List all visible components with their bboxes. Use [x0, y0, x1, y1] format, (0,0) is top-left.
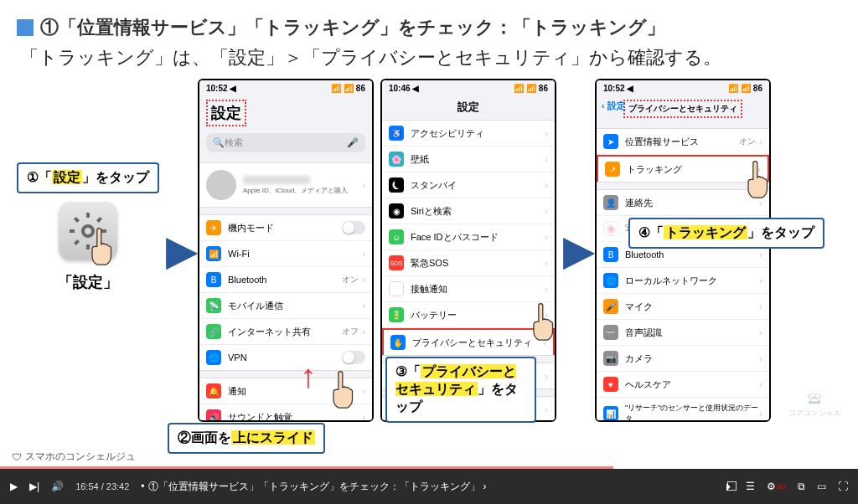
phone-screen-3: 10:52 ◀ 📶 📶 86 ‹ 設定 プライバシーとセキュリティ ➤位置情報サ… [595, 79, 771, 422]
settings-label: 「設定」 [58, 272, 118, 292]
battery-icon: 🔋 [389, 307, 404, 322]
contacts-icon: 👤 [603, 195, 618, 210]
row-wallpaper: 🌸壁紙› [382, 147, 555, 172]
row-exposure: ⚕接触通知› [382, 276, 555, 302]
mic-icon: 🎤 [603, 299, 618, 314]
row-faceid: ☺Face IDとパスコード› [382, 224, 555, 250]
settings-button[interactable]: ⚙HD [767, 481, 786, 492]
row-localnet: 🌐ローカルネットワーク› [597, 268, 769, 294]
fullscreen-button[interactable]: ⛶ [838, 481, 848, 492]
row-standby: ⏾スタンバイ› [382, 172, 555, 198]
chapter-button[interactable]: • ①「位置情報サービス」「トラッキング」をチェック：「トラッキング」 › [141, 480, 486, 494]
flower-icon: 🌸 [389, 152, 404, 167]
privacy-title-highlighted: プライバシーとセキュリティ [623, 100, 742, 118]
row-accessibility: ♿アクセシビリティ› [382, 121, 555, 147]
wifi-icon: 📶 [206, 246, 221, 261]
phone-screen-1: 10:52 ◀ 📶 📶 86 設定 🔍 検索 🎤 Apple ID、iCloud… [198, 79, 374, 422]
siri-icon: ◉ [389, 203, 404, 219]
research-icon: 📊 [603, 406, 618, 421]
left-column: ①「設定」をタップ 「設定」 [17, 79, 159, 292]
arrow-icon: ▶ [563, 226, 588, 275]
row-sos: SOS緊急SOS› [382, 250, 555, 276]
waveform-icon: 〰 [603, 325, 618, 340]
photos-icon: 🌸 [603, 221, 618, 236]
row-cellular: 📡モバイル通信› [199, 293, 372, 319]
location-arrow-icon: ➤ [603, 134, 618, 149]
airplane-icon: ✈ [206, 220, 221, 235]
volume-button[interactable]: 🔊 [51, 481, 64, 492]
captions-button[interactable]: ☰ [746, 481, 755, 492]
shield-icon: 🛡 [12, 451, 22, 463]
faceid-icon: ☺ [389, 229, 404, 244]
screen-title: 設定 [382, 96, 555, 118]
antenna-icon: 📡 [206, 298, 221, 313]
camera-icon: 📷 [603, 351, 618, 366]
pointing-hand-icon [325, 370, 359, 412]
toggle-icon [342, 351, 365, 364]
bluetooth-icon: B [603, 247, 618, 262]
row-hotspot: 🔗インターネット共有オフ› [199, 319, 372, 345]
speaker-icon: 🔊 [206, 409, 221, 422]
search-input: 🔍 検索 🎤 [206, 133, 365, 152]
hand-icon: ✋ [390, 335, 406, 350]
theater-button[interactable]: ▭ [817, 481, 826, 492]
row-camera: 📷カメラ› [597, 346, 769, 372]
row-research: 📊"リサーチ"のセンサーと使用状況のデータ› [597, 398, 769, 422]
slide-subtitle: 「トラッキング」は、「設定」＞「プライバシーとセキュリティ」から確認する。 [20, 45, 841, 70]
pointing-hand-icon [84, 227, 117, 269]
vpn-icon: 🌐 [206, 350, 221, 365]
watermark-logo: 🛎 コアコンシェル [788, 388, 841, 419]
row-bluetooth: BBluetoothオン› [199, 267, 372, 293]
pointing-hand-icon [740, 160, 771, 202]
screen-header: ‹ 設定 プライバシーとセキュリティ [597, 96, 769, 121]
row-health: ♥ヘルスケア› [597, 372, 769, 398]
slide-title: ①「位置情報サービス」「トラッキング」をチェック：「トラッキング」 [40, 15, 665, 40]
row-mic: 🎤マイク› [597, 294, 769, 320]
accessibility-icon: ♿ [389, 126, 404, 141]
blurred-name [243, 176, 310, 184]
network-icon: 🌐 [603, 273, 618, 288]
time-display: 16:54 / 23:42 [75, 481, 129, 491]
row-speech: 〰音声認識› [597, 320, 769, 346]
pointing-hand-icon [525, 302, 556, 344]
red-up-arrow-icon: ↑ [300, 357, 317, 395]
toggle-icon [342, 221, 365, 234]
standby-icon: ⏾ [389, 177, 404, 193]
callout-step1: ①「設定」をタップ [17, 162, 159, 193]
play-button[interactable]: ▶ [10, 481, 18, 492]
miniplayer-button[interactable]: ⧉ [798, 481, 805, 492]
next-button[interactable]: ▶| [29, 481, 39, 492]
status-bar: 10:46 ◀ 📶 📶 86 [382, 80, 555, 96]
autoplay-toggle[interactable]: ⏵⃞ [724, 481, 734, 492]
apple-id-row: Apple ID、iCloud、メディアと購入 › [199, 163, 372, 207]
bell-icon: 🔔 [206, 383, 221, 399]
sos-icon: SOS [389, 255, 404, 270]
heart-icon: ♥ [603, 377, 618, 392]
status-bar: 10:52 ◀ 📶 📶 86 [199, 80, 372, 96]
avatar-icon [206, 170, 236, 200]
row-wifi: 📶Wi-Fi› [199, 241, 372, 267]
row-vpn: 🌐VPN [199, 345, 372, 370]
link-icon: 🔗 [206, 324, 221, 339]
row-siri: ◉Siriと検索› [382, 198, 555, 224]
row-location: ➤位置情報サービスオン› [597, 129, 769, 155]
title-bullet-icon [17, 19, 34, 36]
bluetooth-icon: B [206, 272, 221, 287]
channel-brand: 🛡 スマホのコンシェルジュ [12, 450, 136, 464]
title-row: ①「位置情報サービス」「トラッキング」をチェック：「トラッキング」 [17, 15, 841, 40]
video-player-controls: ▶ ▶| 🔊 16:54 / 23:42 • ①「位置情報サービス」「トラッキン… [0, 469, 858, 504]
row-airplane: ✈機内モード [199, 215, 372, 241]
status-bar: 10:52 ◀ 📶 📶 86 [597, 80, 769, 96]
arrow-icon: ▶ [166, 226, 191, 275]
tracking-icon: ↗ [605, 162, 620, 177]
exposure-icon: ⚕ [389, 281, 404, 296]
chevron-right-icon: › [483, 481, 487, 492]
callout-step4: ④「トラッキング」をタップ [628, 218, 824, 249]
settings-title-highlighted: 設定 [206, 100, 246, 126]
callout-step3: ③「プライバシーとセキュリティ」をタップ [385, 357, 536, 423]
slide-content: ①「位置情報サービス」「トラッキング」をチェック：「トラッキング」 「トラッキン… [0, 0, 858, 469]
callout-step2: ②画面を上にスライド [168, 423, 325, 454]
back-link: ‹ 設定 [602, 100, 626, 112]
